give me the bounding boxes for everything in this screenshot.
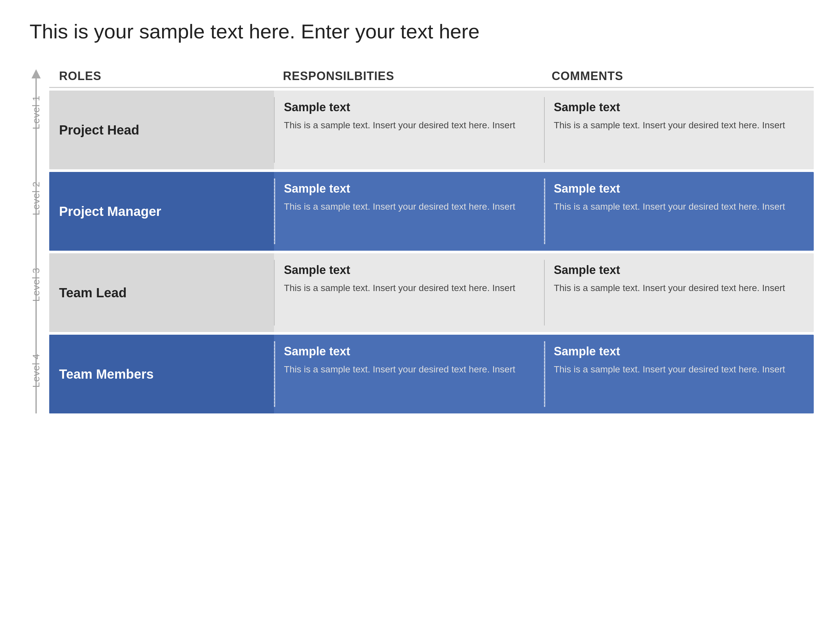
resp-title-1: Sample text [284,100,534,114]
comm-title-3: Sample text [554,263,804,277]
resp-title-3: Sample text [284,263,534,277]
resp-body-2: This is a sample text. Insert your desir… [284,200,534,214]
comm-title-1: Sample text [554,100,804,114]
level-label-4: Level 4 [26,327,46,414]
table-row: Team Members Sample text This is a sampl… [49,335,814,414]
resp-title-2: Sample text [284,182,534,196]
page-title: This is your sample text here. Enter you… [30,20,814,43]
table-wrapper: Level 1 Level 2 Level 3 Level 4 ROLES RE… [26,69,814,414]
table-row: Team Lead Sample text This is a sample t… [49,253,814,332]
level-labels: Level 1 Level 2 Level 3 Level 4 [26,69,46,414]
header-responsibilities: RESPONSILBITIES [276,69,545,83]
role-cell-2: Project Manager [49,172,274,251]
resp-title-4: Sample text [284,344,534,358]
role-name-1: Project Head [59,123,139,137]
responsibilities-cell-1: Sample text This is a sample text. Inser… [274,90,544,169]
main-table: ROLES RESPONSILBITIES COMMENTS Project H… [49,69,814,414]
comm-body-3: This is a sample text. Insert your desir… [554,281,804,295]
role-name-3: Team Lead [59,286,127,300]
axis-container: Level 1 Level 2 Level 3 Level 4 [26,69,46,414]
comments-cell-2: Sample text This is a sample text. Inser… [544,172,814,251]
level-label-2: Level 2 [26,155,46,241]
resp-body-1: This is a sample text. Insert your desir… [284,119,534,132]
level-label-1: Level 1 [26,69,46,155]
table-row: Project Manager Sample text This is a sa… [49,172,814,251]
comm-body-2: This is a sample text. Insert your desir… [554,200,804,214]
resp-body-3: This is a sample text. Insert your desir… [284,281,534,295]
header-roles: ROLES [52,69,276,83]
responsibilities-cell-2: Sample text This is a sample text. Inser… [274,172,544,251]
comm-title-4: Sample text [554,344,804,358]
comments-cell-1: Sample text This is a sample text. Inser… [544,90,814,169]
role-name-2: Project Manager [59,204,161,219]
header-divider [49,87,814,88]
comm-body-1: This is a sample text. Insert your desir… [554,119,804,132]
level-label-3: Level 3 [26,242,46,327]
header-comments: COMMENTS [545,69,814,83]
comm-body-4: This is a sample text. Insert your desir… [554,363,804,376]
resp-body-4: This is a sample text. Insert your desir… [284,363,534,376]
header-row: ROLES RESPONSILBITIES COMMENTS [49,69,814,83]
role-cell-1: Project Head [49,90,274,169]
responsibilities-cell-4: Sample text This is a sample text. Inser… [274,335,544,414]
responsibilities-cell-3: Sample text This is a sample text. Inser… [274,253,544,332]
comm-title-2: Sample text [554,182,804,196]
table-row: Project Head Sample text This is a sampl… [49,90,814,169]
comments-cell-3: Sample text This is a sample text. Inser… [544,253,814,332]
role-cell-4: Team Members [49,335,274,414]
role-name-4: Team Members [59,367,153,382]
comments-cell-4: Sample text This is a sample text. Inser… [544,335,814,414]
data-rows: Project Head Sample text This is a sampl… [49,90,814,414]
role-cell-3: Team Lead [49,253,274,332]
